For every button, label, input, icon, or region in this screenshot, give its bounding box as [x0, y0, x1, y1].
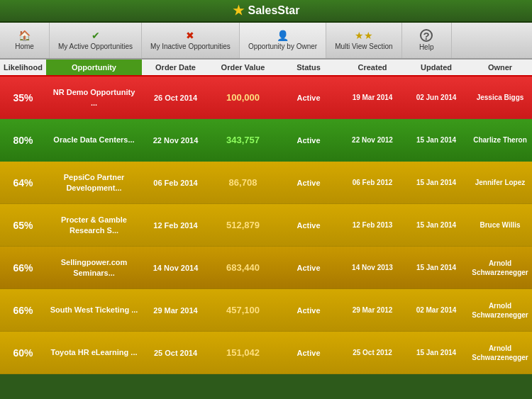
nav-my-inactive[interactable]: ✖ My Inactive Opportunities — [142, 23, 240, 58]
col-header-order-value: Order Value — [209, 63, 277, 72]
cell-order-date: 25 Oct 2014 — [142, 347, 209, 359]
x-icon: ✖ — [186, 30, 194, 41]
cell-opportunity: NR Demo Opportunity ... — [46, 86, 142, 109]
cell-status: Active — [277, 262, 340, 274]
stars-icon: ★★ — [355, 30, 373, 41]
person-icon: 👤 — [277, 30, 289, 41]
cell-likelihood: 60% — [0, 346, 46, 360]
cell-order-date: 29 Mar 2014 — [142, 305, 209, 316]
cell-created: 12 Feb 2013 — [340, 220, 404, 230]
home-icon: 🏠 — [18, 30, 31, 41]
table-row[interactable]: 60% Toyota HR eLearning ... 25 Oct 2014 … — [0, 332, 532, 374]
cell-updated: 15 Jan 2014 — [404, 220, 468, 230]
cell-owner: Arnold Schwarzenegger — [468, 342, 532, 364]
cell-likelihood: 35% — [0, 91, 46, 105]
table-row[interactable]: 66% South West Ticketing ... 29 Mar 2014… — [0, 289, 532, 332]
cell-order-date: 22 Nov 2014 — [142, 135, 209, 146]
cell-created: 22 Nov 2012 — [340, 135, 404, 145]
cell-updated: 02 Mar 2014 — [404, 305, 468, 315]
cell-owner: Arnold Schwarzenegger — [468, 300, 532, 321]
cell-order-value: 100,000 — [209, 91, 277, 104]
cell-created: 19 Mar 2014 — [340, 92, 404, 103]
col-header-order-date: Order Date — [142, 63, 209, 72]
cell-updated: 15 Jan 2014 — [404, 347, 468, 358]
cell-likelihood: 66% — [0, 303, 46, 317]
cell-updated: 15 Jan 2014 — [404, 135, 468, 145]
top-header: ★ SalesStar — [0, 0, 532, 23]
nav-my-active[interactable]: ✔ My Active Opportunities — [50, 23, 142, 58]
cell-updated: 02 Jun 2014 — [404, 92, 468, 103]
nav-opp-by-owner[interactable]: 👤 Opportunity by Owner — [240, 23, 326, 58]
cell-owner: Arnold Schwarzenegger — [468, 257, 532, 279]
column-headers: Likelihood Opportunity Order Date Order … — [0, 60, 532, 77]
cell-likelihood: 80% — [0, 133, 46, 147]
col-header-created: Created — [340, 63, 404, 72]
nav-multi-view[interactable]: ★★ Multi View Section — [326, 23, 402, 58]
col-header-owner: Owner — [468, 63, 532, 72]
cell-order-value: 343,757 — [209, 133, 277, 147]
col-header-likelihood: Likelihood — [0, 63, 46, 72]
nav-home[interactable]: 🏠 Home — [0, 23, 50, 58]
table-row[interactable]: 66% Sellingpower.com Seminars... 14 Nov … — [0, 247, 532, 289]
cell-opportunity: Sellingpower.com Seminars... — [46, 256, 142, 279]
cell-status: Active — [277, 177, 340, 189]
cell-created: 06 Feb 2012 — [340, 177, 404, 188]
nav-my-inactive-label: My Inactive Opportunities — [150, 43, 231, 51]
col-header-opportunity[interactable]: Opportunity — [46, 60, 142, 75]
table-row[interactable]: 65% Procter & Gamble Research S... 12 Fe… — [0, 204, 532, 247]
table-row[interactable]: 80% Oracle Data Centers... 22 Nov 2014 3… — [0, 119, 532, 162]
col-header-updated: Updated — [404, 63, 468, 72]
cell-order-date: 12 Feb 2014 — [142, 220, 209, 231]
logo: ★ SalesStar — [233, 3, 300, 18]
cell-status: Active — [277, 305, 340, 316]
cell-created: 29 Mar 2012 — [340, 305, 404, 315]
cell-order-value: 151,042 — [209, 346, 277, 359]
cell-order-date: 14 Nov 2014 — [142, 262, 209, 274]
check-icon: ✔ — [92, 30, 100, 41]
cell-opportunity: Toyota HR eLearning ... — [46, 346, 142, 359]
cell-owner: Charlize Theron — [468, 134, 532, 146]
nav-home-label: Home — [15, 43, 34, 51]
cell-updated: 15 Jan 2014 — [404, 177, 468, 188]
nav-help-label: Help — [419, 43, 434, 52]
cell-opportunity: South West Ticketing ... — [46, 303, 142, 316]
cell-likelihood: 66% — [0, 261, 46, 275]
nav-my-active-label: My Active Opportunities — [58, 43, 133, 51]
table-row[interactable]: 35% NR Demo Opportunity ... 26 Oct 2014 … — [0, 77, 532, 119]
cell-owner: Bruce Willis — [468, 219, 532, 231]
col-header-status: Status — [277, 63, 340, 72]
logo-text: SalesStar — [248, 4, 300, 17]
cell-created: 25 Oct 2012 — [340, 347, 404, 358]
help-icon: ? — [420, 29, 433, 42]
cell-order-value: 512,879 — [209, 218, 277, 232]
cell-opportunity: Procter & Gamble Research S... — [46, 213, 142, 237]
cell-opportunity: PepsiCo Partner Development... — [46, 171, 142, 194]
cell-status: Active — [277, 92, 340, 103]
nav-help[interactable]: ? Help — [402, 23, 452, 58]
cell-status: Active — [277, 135, 340, 146]
cell-owner: Jessica Biggs — [468, 91, 532, 103]
table-row[interactable]: 64% PepsiCo Partner Development... 06 Fe… — [0, 162, 532, 204]
nav-bar: 🏠 Home ✔ My Active Opportunities ✖ My In… — [0, 23, 532, 60]
cell-order-value: 457,100 — [209, 303, 277, 317]
nav-opp-by-owner-label: Opportunity by Owner — [248, 43, 317, 51]
cell-order-date: 06 Feb 2014 — [142, 177, 209, 189]
cell-opportunity: Oracle Data Centers... — [46, 133, 142, 146]
cell-updated: 15 Jan 2014 — [404, 262, 468, 273]
cell-status: Active — [277, 347, 340, 359]
cell-order-date: 26 Oct 2014 — [142, 92, 209, 103]
cell-order-value: 86,708 — [209, 176, 277, 189]
cell-status: Active — [277, 220, 340, 231]
cell-owner: Jennifer Lopez — [468, 176, 532, 189]
cell-likelihood: 64% — [0, 176, 46, 190]
logo-star-icon: ★ — [233, 3, 244, 18]
cell-likelihood: 65% — [0, 218, 46, 232]
nav-multi-view-label: Multi View Section — [335, 43, 393, 51]
cell-created: 14 Nov 2013 — [340, 262, 404, 273]
data-table: 35% NR Demo Opportunity ... 26 Oct 2014 … — [0, 77, 532, 374]
cell-order-value: 683,440 — [209, 261, 277, 274]
